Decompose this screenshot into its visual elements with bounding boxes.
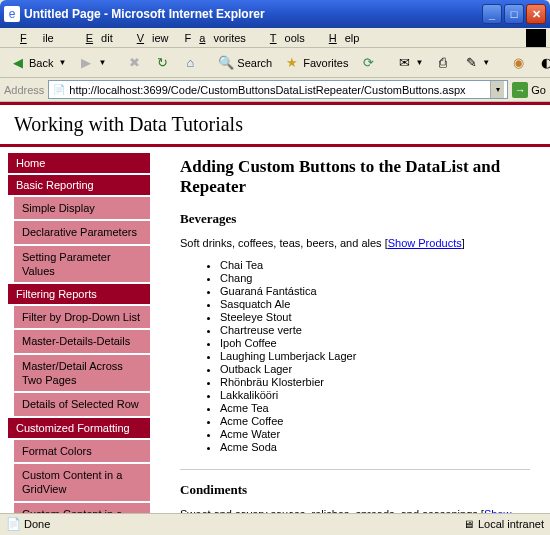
- ie-throbber-icon: [526, 29, 546, 47]
- list-item: Guaraná Fantástica: [220, 285, 530, 297]
- list-item: Acme Water: [220, 428, 530, 440]
- menu-view[interactable]: View: [121, 30, 177, 46]
- close-button[interactable]: ✕: [526, 4, 546, 24]
- menu-bar: File Edit View Favorites Tools Help: [0, 28, 550, 48]
- menu-favorites[interactable]: Favorites: [177, 30, 254, 46]
- section-desc: Sweet and savory sauces, relishes, sprea…: [180, 508, 530, 513]
- edit-button[interactable]: ✎▼: [459, 53, 494, 73]
- address-input[interactable]: 📄 http://localhost:3699/Code/CustomButto…: [48, 80, 508, 99]
- print-button[interactable]: ⎙: [431, 53, 455, 73]
- minimize-button[interactable]: _: [482, 4, 502, 24]
- sidebar-item-3[interactable]: Declarative Parameters: [14, 221, 150, 243]
- list-item: Acme Tea: [220, 402, 530, 414]
- refresh-icon: ↻: [154, 55, 170, 71]
- content-area: Adding Custom Buttons to the DataList an…: [150, 147, 550, 513]
- status-text: Done: [24, 518, 50, 530]
- page-title: Working with Data Tutorials: [0, 105, 550, 147]
- back-button[interactable]: ◀Back▼: [6, 53, 70, 73]
- menu-help[interactable]: Help: [313, 30, 368, 46]
- list-item: Acme Soda: [220, 441, 530, 453]
- divider: [180, 469, 530, 470]
- address-label: Address: [4, 84, 44, 96]
- sidebar-item-10[interactable]: Customized Formatting: [8, 418, 150, 438]
- zone-text: Local intranet: [478, 518, 544, 530]
- done-icon: 📄: [6, 517, 20, 531]
- list-item: Lakkalikööri: [220, 389, 530, 401]
- sidebar: HomeBasic ReportingSimple DisplayDeclara…: [0, 147, 150, 513]
- search-icon: 🔍: [218, 55, 234, 71]
- stop-button[interactable]: ✖: [122, 53, 146, 73]
- sidebar-item-0[interactable]: Home: [8, 153, 150, 173]
- edit-icon: ✎: [463, 55, 479, 71]
- extra-button-1[interactable]: ◉: [506, 53, 530, 73]
- refresh-button[interactable]: ↻: [150, 53, 174, 73]
- menu-file[interactable]: File: [4, 30, 70, 46]
- home-icon: ⌂: [182, 55, 198, 71]
- sidebar-item-9[interactable]: Details of Selected Row: [14, 393, 150, 415]
- status-bar: 📄 Done 🖥 Local intranet: [0, 513, 550, 533]
- address-url: http://localhost:3699/Code/CustomButtons…: [69, 84, 465, 96]
- ie-icon: e: [4, 6, 20, 22]
- section-desc: Soft drinks, coffees, teas, beers, and a…: [180, 237, 530, 249]
- sidebar-item-1[interactable]: Basic Reporting: [8, 175, 150, 195]
- star-icon: ★: [284, 55, 300, 71]
- sidebar-item-6[interactable]: Filter by Drop-Down List: [14, 306, 150, 328]
- list-item: Outback Lager: [220, 363, 530, 375]
- list-item: Rhönbräu Klosterbier: [220, 376, 530, 388]
- favorites-button[interactable]: ★Favorites: [280, 53, 352, 73]
- sidebar-item-7[interactable]: Master-Details-Details: [14, 330, 150, 352]
- list-item: Chartreuse verte: [220, 324, 530, 336]
- window-titlebar: e Untitled Page - Microsoft Internet Exp…: [0, 0, 550, 28]
- lock-icon: ◐: [538, 55, 550, 71]
- menu-edit[interactable]: Edit: [70, 30, 121, 46]
- intranet-icon: 🖥: [463, 518, 474, 530]
- list-item: Laughing Lumberjack Lager: [220, 350, 530, 362]
- history-icon: ⟳: [360, 55, 376, 71]
- list-item: Chai Tea: [220, 259, 530, 271]
- mail-button[interactable]: ✉▼: [392, 53, 427, 73]
- list-item: Acme Coffee: [220, 415, 530, 427]
- toolbar: ◀Back▼ ▶▼ ✖ ↻ ⌂ 🔍Search ★Favorites ⟳ ✉▼ …: [0, 48, 550, 78]
- list-item: Steeleye Stout: [220, 311, 530, 323]
- page-viewport: Working with Data Tutorials HomeBasic Re…: [0, 102, 550, 513]
- window-title: Untitled Page - Microsoft Internet Explo…: [24, 7, 480, 21]
- list-item: Ipoh Coffee: [220, 337, 530, 349]
- list-item: Chang: [220, 272, 530, 284]
- go-button[interactable]: →Go: [512, 82, 546, 98]
- sidebar-item-13[interactable]: Custom Content in a DetailsView: [14, 503, 150, 513]
- go-icon: →: [512, 82, 528, 98]
- section-heading: Beverages: [180, 211, 530, 227]
- menu-tools[interactable]: Tools: [254, 30, 313, 46]
- address-bar: Address 📄 http://localhost:3699/Code/Cus…: [0, 78, 550, 102]
- security-zone: 🖥 Local intranet: [463, 518, 544, 530]
- home-button[interactable]: ⌂: [178, 53, 202, 73]
- list-item: Sasquatch Ale: [220, 298, 530, 310]
- sidebar-item-8[interactable]: Master/Detail Across Two Pages: [14, 355, 150, 392]
- stop-icon: ✖: [126, 55, 142, 71]
- mail-icon: ✉: [396, 55, 412, 71]
- sidebar-item-4[interactable]: Setting Parameter Values: [14, 246, 150, 283]
- extra-button-2[interactable]: ◐: [534, 53, 550, 73]
- globe-icon: ◉: [510, 55, 526, 71]
- show-products-link[interactable]: Show Products: [180, 508, 511, 513]
- forward-button[interactable]: ▶▼: [74, 53, 110, 73]
- show-products-link[interactable]: Show Products: [388, 237, 462, 249]
- page-icon: 📄: [52, 83, 66, 97]
- back-icon: ◀: [10, 55, 26, 71]
- address-dropdown[interactable]: ▾: [490, 81, 504, 98]
- product-list: Chai TeaChangGuaraná FantásticaSasquatch…: [220, 259, 530, 453]
- sidebar-item-12[interactable]: Custom Content in a GridView: [14, 464, 150, 501]
- sidebar-item-2[interactable]: Simple Display: [14, 197, 150, 219]
- sidebar-item-11[interactable]: Format Colors: [14, 440, 150, 462]
- section-heading: Condiments: [180, 482, 530, 498]
- search-button[interactable]: 🔍Search: [214, 53, 276, 73]
- sidebar-item-5[interactable]: Filtering Reports: [8, 284, 150, 304]
- print-icon: ⎙: [435, 55, 451, 71]
- history-button[interactable]: ⟳: [356, 53, 380, 73]
- maximize-button[interactable]: □: [504, 4, 524, 24]
- content-title: Adding Custom Buttons to the DataList an…: [180, 157, 530, 197]
- forward-icon: ▶: [78, 55, 94, 71]
